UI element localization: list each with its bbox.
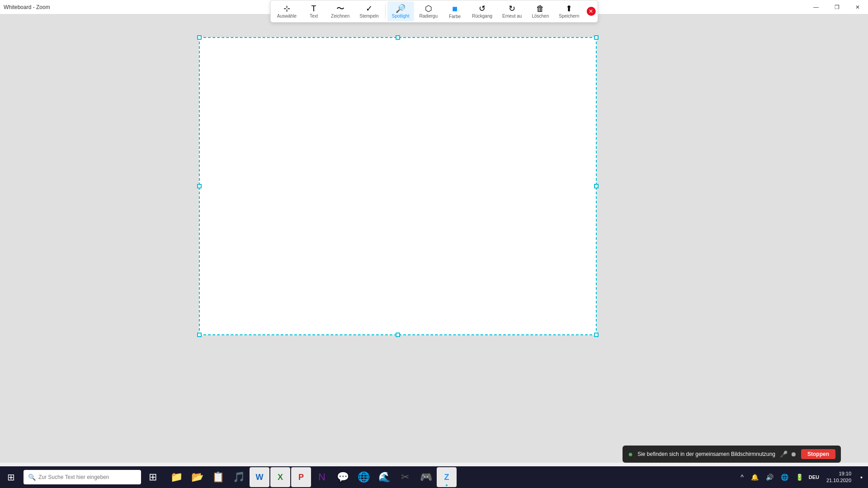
loeschen-icon: 🗑 xyxy=(536,5,544,13)
toolbar-btn-stempeln[interactable]: ✓Stempeln xyxy=(355,1,383,21)
title-bar-controls: — ❐ ✕ xyxy=(806,0,868,14)
show-desktop-icon[interactable]: ▪ xyxy=(859,472,864,483)
sniptool-icon: ✂ xyxy=(401,471,409,483)
spotlight-icon: 🔎 xyxy=(396,5,406,13)
toolbar: ⊹AuswähleTText〜Zeichnen✓Stempeln🔎Spotlig… xyxy=(270,0,598,23)
toolbar-btn-speichern[interactable]: ⬆Speichern xyxy=(554,1,584,21)
toolbar-divider xyxy=(385,4,385,19)
toolbar-btn-rueckgang[interactable]: ↺Rückgang xyxy=(467,1,497,21)
clock-time: 19:10 xyxy=(826,470,851,477)
taskbar-app-totalcmd[interactable]: 📋 xyxy=(208,467,228,487)
farbe-label: Farbe xyxy=(449,14,461,19)
toolbar-btn-text[interactable]: TText xyxy=(302,1,326,21)
taskbar-app-spotify[interactable]: 🎵 xyxy=(229,467,249,487)
taskbar-apps: 📁📂📋🎵WXPN💬🌐🌊✂🎮Z xyxy=(166,467,457,487)
search-icon: 🔍 xyxy=(28,474,36,481)
auswahl-label: Auswähle xyxy=(277,14,297,19)
spotlight-label: Spotlight xyxy=(392,14,409,19)
toolbar-btn-zeichnen[interactable]: 〜Zeichnen xyxy=(326,1,354,21)
radiergum-label: Radiergu xyxy=(419,14,438,19)
radiergum-icon: ⬡ xyxy=(425,5,432,13)
toolbar-btn-radiergum[interactable]: ⬡Radiergu xyxy=(415,1,442,21)
speichern-icon: ⬆ xyxy=(566,5,572,13)
taskbar-app-excel[interactable]: X xyxy=(270,467,290,487)
taskbar-app-zoom[interactable]: Z xyxy=(437,467,457,487)
notification-bar: ● Sie befinden sich in der gemeinsamen B… xyxy=(623,446,841,463)
handle-tr[interactable] xyxy=(594,35,599,40)
taskbar-app-powerpoint[interactable]: P xyxy=(291,467,311,487)
notification-cam-icon[interactable]: ⏺ xyxy=(790,450,797,458)
taskbar-app-fileexplorer[interactable]: 📁 xyxy=(166,467,186,487)
battery-icon[interactable]: 🔋 xyxy=(794,472,805,483)
handle-ml[interactable] xyxy=(197,184,202,188)
zeichnen-label: Zeichnen xyxy=(331,14,349,19)
handle-br[interactable] xyxy=(594,333,599,337)
taskbar-app-onenote[interactable]: N xyxy=(312,467,332,487)
toolbar-btn-spotlight[interactable]: 🔎Spotlight xyxy=(387,1,414,21)
onenote-icon: N xyxy=(318,471,326,483)
notification-icon[interactable]: 🔔 xyxy=(749,472,760,483)
toolbar-btn-erneut[interactable]: ↻Erneut au xyxy=(498,1,526,21)
toolbar-btn-loeschen[interactable]: 🗑Löschen xyxy=(527,1,553,21)
taskbar-app-skype[interactable]: 💬 xyxy=(333,467,353,487)
auswahl-icon: ⊹ xyxy=(283,5,290,13)
handle-mr[interactable] xyxy=(594,184,599,188)
taskbar-app-edge[interactable]: 🌊 xyxy=(374,467,394,487)
text-label: Text xyxy=(310,14,318,19)
chrome-icon: 🌐 xyxy=(358,471,370,483)
handle-bm[interactable] xyxy=(396,333,400,337)
fileexplorer-icon: 📁 xyxy=(170,471,183,483)
farbe-icon: ■ xyxy=(452,4,458,13)
text-icon: T xyxy=(311,5,316,13)
close-button[interactable]: ✕ xyxy=(847,0,868,14)
handle-bl[interactable] xyxy=(197,333,202,337)
erneut-label: Erneut au xyxy=(502,14,522,19)
stempeln-label: Stempeln xyxy=(359,14,378,19)
rueckgang-label: Rückgang xyxy=(472,14,492,19)
rueckgang-icon: ↺ xyxy=(479,5,486,13)
windows-icon: ⊞ xyxy=(7,472,15,483)
taskview-icon: ⊞ xyxy=(149,471,157,483)
skype-icon: 💬 xyxy=(337,471,349,483)
zeichnen-icon: 〜 xyxy=(336,5,344,13)
handle-tm[interactable] xyxy=(396,35,400,40)
taskbar: ⊞ 🔍 ⊞ 📁📂📋🎵WXPN💬🌐🌊✂🎮Z ^ 🔔 🔊 🌐 🔋 DEU 19:10… xyxy=(0,466,868,488)
search-bar: 🔍 xyxy=(24,470,141,484)
tray-chevron-icon[interactable]: ^ xyxy=(739,472,745,483)
start-button[interactable]: ⊞ xyxy=(0,466,22,488)
edge-icon: 🌊 xyxy=(378,471,391,483)
taskview-button[interactable]: ⊞ xyxy=(143,467,163,487)
speaker-icon[interactable]: 🔊 xyxy=(764,472,775,483)
notification-mic-icon[interactable]: 🎤 xyxy=(780,450,788,458)
loeschen-label: Löschen xyxy=(532,14,549,19)
taskbar-app-files[interactable]: 📂 xyxy=(187,467,207,487)
taskbar-app-sniptool[interactable]: ✂ xyxy=(395,467,415,487)
files-icon: 📂 xyxy=(191,471,203,483)
totalcmd-icon: 📋 xyxy=(212,471,224,483)
notification-status-icon: ● xyxy=(628,450,633,459)
taskbar-app-word[interactable]: W xyxy=(250,467,269,487)
excel-icon: X xyxy=(278,473,283,482)
word-icon: W xyxy=(256,473,264,482)
network-icon[interactable]: 🌐 xyxy=(779,472,790,483)
clock[interactable]: 19:10 21.10.2020 xyxy=(823,469,855,486)
handle-tl[interactable] xyxy=(197,35,202,40)
maximize-button[interactable]: ❐ xyxy=(826,0,847,14)
xbox-icon: 🎮 xyxy=(420,471,432,483)
spotify-icon: 🎵 xyxy=(233,471,245,483)
language-indicator[interactable]: DEU xyxy=(809,474,819,480)
taskbar-app-chrome[interactable]: 🌐 xyxy=(354,467,373,487)
stempeln-icon: ✓ xyxy=(366,5,373,13)
canvas-area xyxy=(0,14,868,463)
clock-date: 21.10.2020 xyxy=(826,477,851,484)
toolbar-close-button[interactable]: ✕ xyxy=(586,7,595,16)
title-bar-text: Whiteboard - Zoom xyxy=(4,4,50,10)
toolbar-btn-auswahl[interactable]: ⊹Auswähle xyxy=(273,1,301,21)
whiteboard[interactable] xyxy=(199,37,597,335)
minimize-button[interactable]: — xyxy=(806,0,826,14)
erneut-icon: ↻ xyxy=(509,5,515,13)
toolbar-btn-farbe[interactable]: ■Farbe xyxy=(443,1,467,21)
search-input[interactable] xyxy=(38,474,137,480)
taskbar-app-xbox[interactable]: 🎮 xyxy=(416,467,436,487)
stop-button[interactable]: Stoppen xyxy=(801,449,835,459)
